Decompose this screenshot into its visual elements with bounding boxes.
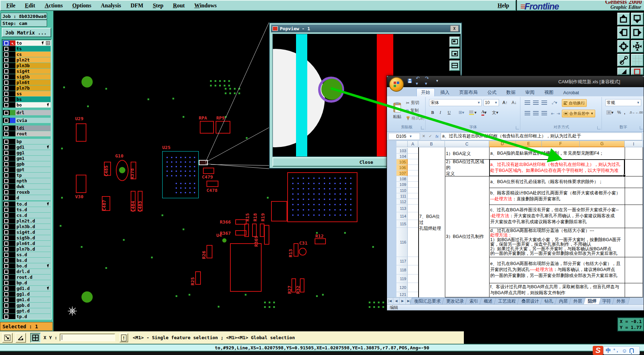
layer-checkbox-bs[interactable] [3, 97, 10, 102]
sheet-tab-叠层设计[interactable]: 叠层设计 [517, 298, 544, 305]
align-left-icon[interactable] [525, 111, 530, 115]
job-matrix-button[interactable]: Job Matrix ... [2, 28, 51, 37]
popview-pane-button-1[interactable] [449, 37, 460, 47]
row-header-114[interactable]: 114 [396, 212, 408, 220]
sheet-tab-阻焊[interactable]: 阻焊 [583, 298, 601, 305]
layer-checkbox-pln7b.d[interactable] [3, 246, 10, 252]
spreadsheet-grid[interactable]: ABCDEFGI10310410510610710810911011111211… [396, 141, 643, 297]
layer-row-drl.d[interactable]: drl.d [3, 269, 51, 274]
sheet-nav-button[interactable]: |◀ [387, 298, 393, 304]
grow-font-button[interactable]: A↑ [501, 99, 509, 106]
row-header-104[interactable]: 104 [396, 154, 408, 159]
row-header-108[interactable]: 108 [396, 176, 408, 182]
column-header-A[interactable]: A [408, 141, 418, 147]
cell-B-merged[interactable]: 7、BGA位过 孔阻焊处理 [418, 148, 445, 297]
layer-row-pln6t.d[interactable]: pln6t.d [3, 241, 51, 246]
layer-row-drl[interactable]: drl [3, 110, 51, 115]
layer-row-gd1[interactable]: gd1 [3, 144, 51, 150]
alert-button[interactable]: ! [119, 333, 128, 342]
shift-up-button[interactable] [617, 13, 630, 25]
number-dialog-launcher-icon[interactable] [640, 126, 643, 129]
row-header-110[interactable]: 110 [396, 188, 408, 193]
popview-titlebar[interactable]: Popview - 1 X [271, 25, 460, 32]
align-top-icon[interactable] [525, 101, 530, 105]
layer-row-pln2t[interactable]: pln2t [3, 57, 51, 63]
shrink-font-button[interactable]: A↓ [510, 99, 518, 106]
decrease-indent-icon[interactable]: ⇤ [550, 110, 556, 117]
layer-checkbox-gpt[interactable] [3, 167, 10, 172]
accounting-format-button[interactable]: ▾ [605, 109, 615, 116]
layer-checkbox-ldi[interactable] [3, 125, 10, 131]
row-header-105[interactable]: 105 [396, 159, 408, 165]
layer-checkbox-gpb.d[interactable] [3, 303, 10, 308]
enter-button[interactable]: ✓ [427, 133, 433, 140]
layer-checkbox-pln3b.d[interactable] [3, 224, 10, 229]
layer-checkbox-tp[interactable] [3, 173, 10, 178]
orientation-button[interactable]: ⤢▾ [550, 99, 559, 106]
menu-item-dfm[interactable]: DFM [131, 2, 143, 9]
layer-row-rout.d[interactable]: rout.d [3, 275, 51, 280]
grid-button[interactable] [631, 54, 644, 66]
cut-button[interactable]: ✂剪切 [406, 100, 419, 106]
menu-item-help[interactable]: Help [498, 2, 509, 9]
layer-row-ldi[interactable]: ldi [3, 125, 51, 131]
layer-row-dwk[interactable]: dwk [3, 184, 51, 189]
column-header-I[interactable]: I [625, 141, 643, 147]
sheet-nav-button[interactable]: ◀ [393, 298, 400, 304]
cell-D-block-6[interactable]: e、过孔在BGA两面都出现部分盖油，部分开窗（包括大小窗），且 开窗的过孔为测试… [489, 257, 625, 283]
row-header-117[interactable]: 117 [396, 257, 408, 265]
layer-row-rout[interactable]: rout [3, 131, 51, 136]
layer-checkbox-bp.d[interactable] [3, 280, 10, 285]
sheet-tab-衡阳汇总要求[interactable]: 衡阳汇总要求 [410, 298, 445, 305]
ribbon-tab-审阅[interactable]: 审阅 [521, 89, 539, 96]
layer-row-bs[interactable]: bs [3, 97, 51, 102]
layer-row-cs[interactable]: cs [3, 52, 51, 57]
layer-checkbox-gpb[interactable] [3, 161, 10, 167]
column-header-C[interactable]: C [445, 141, 489, 147]
font-size-combo[interactable]: 10▼ [484, 99, 499, 106]
layer-checkbox-npth[interactable] [3, 178, 10, 183]
align-right-icon[interactable] [541, 111, 547, 115]
align-center-icon[interactable] [533, 111, 539, 115]
zoom-tool-button[interactable] [2, 333, 13, 343]
row-header-111[interactable]: 111 [396, 193, 408, 199]
layer-row-bp[interactable]: bp [3, 139, 51, 144]
layer-checkbox-drl.d[interactable] [3, 269, 10, 274]
layer-checkbox-bs.d[interactable] [3, 258, 10, 263]
layer-checkbox-rouxb[interactable] [3, 189, 10, 195]
row-header-106[interactable]: 106 [396, 165, 408, 170]
layer-row-sig4t[interactable]: sig4t [3, 69, 51, 74]
layer-checkbox-gm1[interactable] [3, 156, 10, 161]
layer-checkbox-pln2t.d[interactable] [3, 218, 10, 224]
layer-row-pln2t.d[interactable]: pln2t.d [3, 218, 51, 224]
layer-row-cvia[interactable]: cvia [3, 118, 51, 123]
clipboard-dialog-launcher-icon[interactable] [421, 126, 424, 129]
qat-customize-icon[interactable]: ▼ [434, 78, 440, 84]
layer-row-to[interactable]: ↖to [3, 40, 51, 46]
layer-row-gg1[interactable]: gg1 [3, 150, 51, 155]
layer-checkbox-pln3b[interactable] [3, 63, 10, 68]
menu-item-analysis[interactable]: Analysis [101, 2, 121, 9]
menu-item-windows[interactable]: Windows [194, 2, 217, 9]
copy-button[interactable]: ⧉复制 [406, 108, 419, 114]
sheet-nav-button[interactable]: ▶ [400, 298, 406, 304]
ribbon-tab-页面布局[interactable]: 页面布局 [455, 89, 482, 96]
row-header-103[interactable]: 103 [396, 148, 408, 154]
layer-row-sig4t.d[interactable]: sig4t.d [3, 230, 51, 235]
layer-checkbox-ss[interactable] [3, 91, 10, 96]
layer-row-bo[interactable]: bo [3, 102, 51, 108]
row-header-112[interactable]: 112 [396, 199, 408, 205]
toolbar-button-clipped[interactable] [617, 67, 630, 75]
layer-row-tp.d[interactable]: tp.d [3, 314, 51, 319]
grid-snap-button[interactable] [30, 333, 41, 343]
row-header-115[interactable]: 115 [396, 220, 408, 228]
layer-row-cs.d[interactable]: cs.d [3, 213, 51, 218]
shift-left-button[interactable] [617, 26, 630, 39]
layer-checkbox-sig4t.d[interactable] [3, 230, 10, 235]
formula-input[interactable]: a、过孔没有超出BGA丝印框（包含钻孔在丝印框上），则认为过孔处于 [441, 133, 642, 140]
layer-row-d[interactable]: d [3, 195, 51, 200]
comma-style-button[interactable]: , [622, 109, 627, 116]
menu-item-options[interactable]: Options [72, 2, 91, 9]
layer-checkbox-rout.d[interactable] [3, 275, 10, 280]
layer-checkbox-sig5b[interactable] [3, 74, 10, 79]
